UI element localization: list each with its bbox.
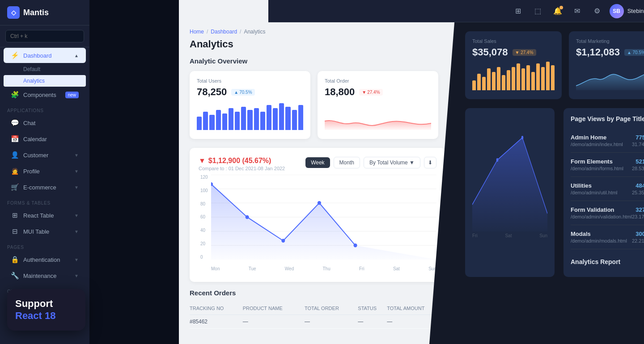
bar: [292, 110, 297, 130]
chevron-up-icon: ▲: [74, 53, 79, 58]
sidebar-item-mui-table[interactable]: ⊟ MUI Table ▼: [4, 224, 86, 239]
sidebar-item-components[interactable]: 🧩 Components new: [4, 87, 86, 102]
avatar: SB: [610, 4, 624, 18]
sidebar-item-chat[interactable]: 💬 Chat: [4, 115, 86, 130]
topbar-mail-icon[interactable]: ✉: [570, 4, 585, 18]
dark-line-chart: [472, 115, 547, 231]
notification-badge: [559, 6, 563, 9]
dark-stat-card-marketing: Total Marketing $1,12,083 ▲ 70.5%: [569, 31, 644, 99]
btn-download[interactable]: ⬇: [424, 157, 436, 168]
breadcrumb-dashboard[interactable]: Dashboard: [211, 29, 237, 35]
calendar-icon: 📅: [11, 135, 19, 143]
recent-orders-section: Recent Orders TRACKING NO PRODUCT NAME T…: [179, 289, 456, 338]
orders-title: Recent Orders: [190, 289, 445, 297]
sidebar-item-ecommerce[interactable]: 🛒 E-commerce ▼: [4, 180, 86, 195]
breadcrumb-home[interactable]: Home: [190, 29, 204, 35]
stat-label-users: Total Users: [197, 78, 303, 84]
bar: [497, 67, 500, 91]
sidebar-item-profile[interactable]: 🙍 Profile ▼: [4, 164, 86, 179]
bar: [541, 67, 545, 91]
forms-tables-section-label: Forms & Tables: [0, 195, 89, 207]
sidebar-subitem-analytics[interactable]: Analytics: [4, 75, 86, 87]
bar: [482, 77, 486, 90]
bar: [492, 72, 496, 90]
btn-month[interactable]: Month: [334, 157, 360, 168]
sidebar-item-calendar[interactable]: 📅 Calendar: [4, 131, 86, 147]
y-axis-labels: 120 100 80 60 40 20 0: [199, 175, 211, 260]
orders-table: TRACKING NO PRODUCT NAME TOTAL ORDER STA…: [190, 302, 445, 329]
page-view-item-3: Utilities /demo/admin/util.html 4848 25.…: [571, 177, 644, 201]
svg-point-10: [354, 243, 357, 247]
chevron-down-icon-6: ▼: [74, 257, 79, 262]
bar: [298, 105, 303, 130]
bar: [551, 65, 555, 90]
user-info[interactable]: SB Stebin Ben: [610, 4, 644, 18]
bar: [267, 105, 271, 130]
bar: [517, 63, 520, 90]
support-text-top: Support: [15, 298, 77, 310]
components-icon: 🧩: [11, 91, 19, 99]
left-panel: Home / Dashboard / Analytics Analytics A…: [179, 0, 456, 344]
bar: [203, 112, 208, 130]
income-section: ▼ $1,12,900 (45.67%) Compare to : 01 Dec…: [179, 148, 456, 289]
topbar-notification-icon[interactable]: 🔔: [551, 4, 565, 18]
support-popup[interactable]: Support React 18: [7, 289, 85, 331]
bar: [502, 75, 505, 90]
chevron-down-icon-3: ▼: [74, 185, 79, 190]
income-value: ▼ $1,12,900 (45.67%): [199, 157, 285, 165]
stat-card-total-users: Total Users 78,250 ▲ 70.5%: [190, 71, 310, 139]
chart-area: [211, 175, 436, 260]
sidebar-item-react-table[interactable]: ⊞ React Table ▼: [4, 208, 86, 223]
page-view-item-4: Form Validation /demo/admin/validation.h…: [571, 201, 644, 225]
svg-point-9: [318, 201, 321, 205]
bar: [209, 115, 214, 130]
btn-week[interactable]: Week: [305, 157, 330, 168]
dashboard-icon: ⚡: [11, 51, 19, 59]
btn-volume[interactable]: By Total Volume ▼: [364, 157, 420, 168]
chevron-down-icon-7: ▼: [74, 273, 79, 278]
stat-value-marketing: $1,12,083: [576, 46, 620, 58]
applications-section-label: Applications: [0, 103, 89, 115]
bar: [273, 108, 278, 130]
col-status: STATUS: [358, 302, 387, 315]
table-row: #85462 — — — —: [190, 315, 445, 329]
stat-badge-sales: ▼ 27.4%: [513, 49, 536, 56]
chevron-down-icon-5: ▼: [74, 229, 79, 234]
dark-stat-row: Total Sales $35,078 ▼ 27.4% Total Market…: [465, 31, 644, 99]
sidebar-item-maintenance[interactable]: 🔧 Maintenance ▼: [4, 268, 86, 283]
sidebar-item-customer[interactable]: 👤 Customer ▼: [4, 147, 86, 163]
x-axis-labels: Mon Tue Wed Thu Fri Sat Sun: [211, 264, 436, 273]
col-product: PRODUCT NAME: [243, 302, 305, 315]
maintenance-icon: 🔧: [11, 272, 19, 280]
bar: [536, 63, 540, 90]
stat-value-sales: $35,078: [472, 46, 508, 58]
sidebar-item-authentication[interactable]: 🔒 Authentication ▼: [4, 252, 86, 267]
topbar-layout-icon[interactable]: ⬚: [531, 4, 545, 18]
page-view-item-1: Admin Home /demo/admin/index.html 7755 3…: [571, 129, 644, 153]
sidebar-item-label-dashboard: Dashboard: [23, 52, 52, 59]
stat-badge-marketing: ▲ 70.5%: [624, 49, 644, 56]
bar: [279, 103, 284, 130]
topbar-settings-icon[interactable]: ⚙: [590, 4, 604, 18]
bar: [512, 67, 515, 91]
analytic-overview-title: Analytic Overview: [179, 57, 456, 71]
marketing-area-chart: [576, 63, 644, 90]
income-controls: Week Month By Total Volume ▼ ⬇: [305, 157, 436, 168]
search-input[interactable]: [5, 30, 84, 42]
svg-point-12: [521, 136, 523, 139]
bar: [472, 80, 476, 91]
topbar-grid-icon[interactable]: ⊞: [511, 4, 525, 18]
sidebar-logo[interactable]: ◇ Mantis: [0, 0, 89, 25]
pages-section-label: Pages: [0, 239, 89, 252]
topbar: ⊞ ⬚ 🔔 ✉ ⚙ SB Stebin Ben: [268, 0, 644, 22]
sales-bar-chart: [472, 63, 555, 90]
dark-main-content: Fri Sat Sun Page Views by Page Title Adm…: [465, 108, 644, 277]
sidebar-item-dashboard[interactable]: ⚡ Dashboard ▲: [4, 48, 86, 63]
breadcrumb-current: Analytics: [244, 29, 265, 35]
bar: [477, 74, 481, 91]
sidebar-subitem-default[interactable]: Default: [4, 63, 86, 75]
users-bar-chart: [197, 103, 303, 130]
user-name: Stebin Ben: [627, 8, 644, 14]
ecommerce-icon: 🛒: [11, 183, 19, 191]
bar: [521, 68, 525, 90]
